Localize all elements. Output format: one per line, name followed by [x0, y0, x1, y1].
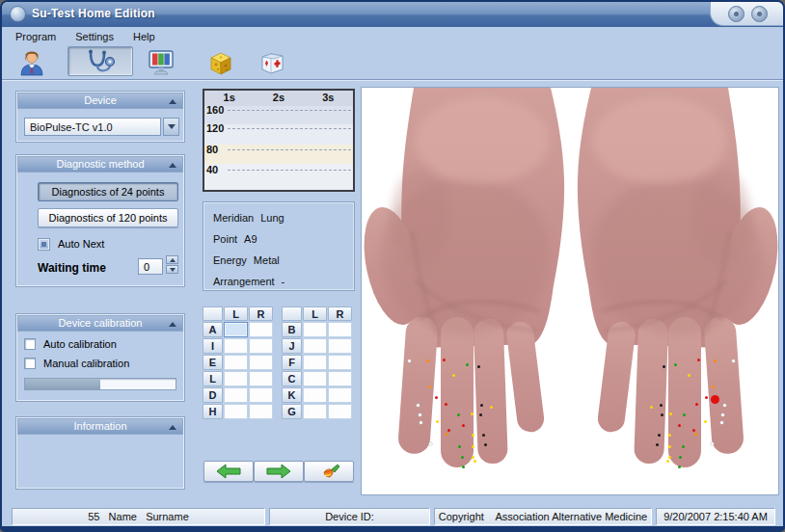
acupuncture-point-green[interactable]	[679, 456, 682, 459]
spin-up-button[interactable]	[166, 255, 178, 264]
measurement-cell-D-R[interactable]	[249, 387, 273, 403]
acupuncture-point-yellow[interactable]	[666, 460, 669, 463]
acupuncture-point-orange[interactable]	[446, 433, 448, 436]
device-dropdown-value[interactable]: BioPulse-TC v1.0	[24, 118, 161, 136]
acupuncture-point-black[interactable]	[484, 443, 487, 446]
acupuncture-point-orange[interactable]	[426, 359, 429, 362]
acupuncture-point-yellow[interactable]	[668, 456, 671, 459]
acupuncture-point-green[interactable]	[461, 456, 464, 459]
measurement-cell-I-L[interactable]	[224, 338, 248, 354]
collapse-arrow-icon[interactable]	[169, 99, 176, 104]
column-header-L[interactable]: L	[224, 306, 248, 321]
acupuncture-point-green[interactable]	[466, 363, 469, 366]
collapse-arrow-icon[interactable]	[169, 163, 176, 168]
acupuncture-point-yellow[interactable]	[472, 456, 474, 459]
menu-item-help[interactable]: Help	[123, 29, 165, 44]
acupuncture-point-green[interactable]	[683, 413, 686, 416]
acupuncture-point-red[interactable]	[705, 396, 708, 399]
spin-down-button[interactable]	[166, 265, 178, 274]
measurement-cell-I-R[interactable]	[249, 338, 273, 354]
acupuncture-point-yellow[interactable]	[490, 406, 493, 409]
row-header-L[interactable]: L	[203, 371, 223, 386]
acupuncture-point-black[interactable]	[482, 434, 485, 437]
acupuncture-point-black[interactable]	[661, 413, 663, 416]
collapse-arrow-icon[interactable]	[169, 425, 176, 430]
acupuncture-point-red[interactable]	[435, 396, 438, 399]
acupuncture-point-yellow[interactable]	[472, 434, 474, 437]
acupuncture-point-black[interactable]	[477, 365, 480, 368]
acupuncture-point-yellow[interactable]	[452, 374, 455, 377]
measurement-cell-J-R[interactable]	[328, 338, 352, 354]
measurement-cell-F-L[interactable]	[303, 355, 327, 370]
previous-point-button[interactable]	[203, 461, 254, 482]
acupuncture-point-black[interactable]	[656, 443, 659, 446]
acupuncture-point-black[interactable]	[480, 404, 483, 407]
row-header-B[interactable]: B	[282, 322, 302, 337]
acupuncture-point-yellow[interactable]	[668, 445, 671, 448]
row-header-J[interactable]: J	[282, 338, 302, 354]
acupuncture-point-yellow[interactable]	[704, 420, 707, 423]
acupuncture-point-green[interactable]	[678, 466, 681, 468]
menu-item-settings[interactable]: Settings	[66, 29, 123, 44]
acupuncture-point-orange[interactable]	[694, 433, 697, 436]
measurement-cell-B-L[interactable]	[303, 322, 327, 337]
measurement-cell-A-L[interactable]	[224, 322, 248, 337]
measurement-cell-K-L[interactable]	[303, 387, 327, 403]
measurement-cell-D-L[interactable]	[224, 387, 248, 403]
measurement-cell-C-R[interactable]	[328, 371, 352, 386]
acupuncture-point-yellow[interactable]	[650, 406, 653, 409]
title-bar[interactable]: Su-Test Home Edition	[2, 2, 783, 27]
menu-item-program[interactable]: Program	[6, 29, 66, 44]
column-header-L[interactable]: L	[303, 306, 327, 321]
acupuncture-point-black[interactable]	[658, 434, 661, 437]
measurement-cell-F-R[interactable]	[328, 355, 352, 370]
measurement-cell-K-R[interactable]	[328, 387, 352, 403]
acupuncture-point-green[interactable]	[458, 445, 461, 448]
acupuncture-point-black[interactable]	[663, 365, 665, 368]
acupuncture-point-red[interactable]	[692, 429, 695, 432]
device-panel-header[interactable]: Device	[17, 93, 183, 109]
su-jok-cube-button[interactable]	[206, 48, 235, 77]
acupuncture-point-yellow[interactable]	[668, 434, 671, 437]
acupuncture-point-yellow[interactable]	[474, 460, 476, 463]
measurement-cell-H-R[interactable]	[249, 404, 273, 419]
acupuncture-point-orange[interactable]	[714, 359, 717, 362]
acupuncture-point-red[interactable]	[695, 403, 698, 406]
acupuncture-point-red[interactable]	[711, 395, 719, 404]
row-header-I[interactable]: I	[203, 338, 223, 354]
acupuncture-point-white[interactable]	[429, 442, 432, 445]
row-header-F[interactable]: F	[282, 355, 302, 370]
measurement-cell-J-L[interactable]	[303, 338, 327, 354]
acupuncture-point-orange[interactable]	[428, 386, 431, 388]
acupuncture-point-green[interactable]	[457, 413, 460, 416]
dropdown-arrow-button[interactable]	[163, 118, 179, 136]
hands-image[interactable]	[361, 87, 779, 495]
acupuncture-point-green[interactable]	[682, 445, 685, 448]
acupuncture-point-yellow[interactable]	[688, 374, 690, 377]
row-header-K[interactable]: K	[282, 387, 302, 403]
acupuncture-point-white[interactable]	[408, 359, 411, 362]
acupuncture-point-yellow[interactable]	[436, 420, 439, 423]
measurement-cell-E-L[interactable]	[224, 355, 248, 370]
diagnostics-24-button[interactable]: Diagnostics of 24 points	[38, 182, 178, 201]
display-settings-button[interactable]	[147, 48, 176, 77]
acupuncture-point-white[interactable]	[723, 404, 726, 407]
information-panel-header[interactable]: Information	[17, 418, 183, 435]
auto-next-checkbox[interactable]	[38, 238, 50, 251]
diagnostic-panel-header[interactable]: Diagnostic method	[17, 156, 183, 173]
acupuncture-point-white[interactable]	[711, 442, 714, 445]
acupuncture-point-red[interactable]	[462, 424, 465, 427]
acupuncture-point-white[interactable]	[420, 421, 422, 424]
patient-button[interactable]	[17, 48, 46, 77]
measurement-cell-H-L[interactable]	[224, 404, 248, 419]
row-header-G[interactable]: G	[282, 404, 302, 419]
acupuncture-point-white[interactable]	[721, 413, 724, 416]
diagnostics-120-button[interactable]: Diagnostics of 120 points	[38, 208, 178, 227]
row-header-D[interactable]: D	[203, 387, 223, 403]
first-aid-button[interactable]	[257, 48, 286, 77]
acupuncture-point-green[interactable]	[674, 363, 677, 366]
measurement-cell-L-L[interactable]	[224, 371, 248, 386]
diagnostics-button-active[interactable]	[68, 46, 133, 76]
measurement-cell-C-L[interactable]	[303, 371, 327, 386]
acupuncture-point-green[interactable]	[462, 466, 465, 468]
